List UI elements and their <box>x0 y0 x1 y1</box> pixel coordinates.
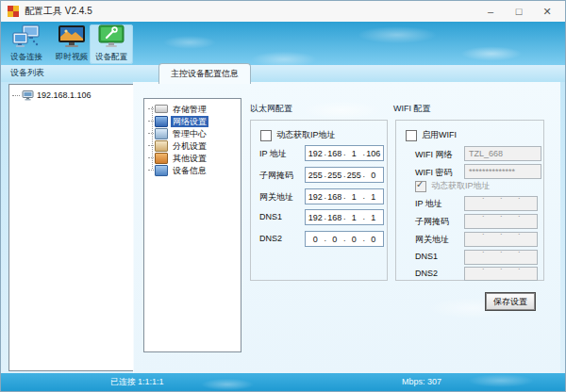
field-label: DNS2 <box>415 269 438 278</box>
wifi-dns2-field[interactable] <box>464 267 538 281</box>
ip-octet[interactable]: 0 <box>306 233 325 246</box>
field-label: 子网掩码 <box>415 216 449 228</box>
field-label: 网关地址 <box>415 234 449 246</box>
tree-item-label: 网络设置 <box>171 116 208 127</box>
tab-main-device-config[interactable]: 主控设备配置信息 <box>158 63 251 84</box>
close-button[interactable]: ✕ <box>533 1 561 22</box>
wifi-groupbox: 启用WIFI WIFI 网络 TZL_668 WIFI 密码 *********… <box>395 120 544 281</box>
tree-item-extension-settings[interactable]: 分机设置 <box>148 139 241 152</box>
ethernet-subnet-mask-field[interactable]: 2552552550 <box>305 167 384 183</box>
field-label: IP 地址 <box>259 148 287 160</box>
field-label: DNS2 <box>259 234 282 243</box>
toolbar-label: 即时视频 <box>56 52 88 63</box>
extension-settings-icon <box>155 140 168 152</box>
maximize-button[interactable]: □ <box>505 1 533 22</box>
status-bar: 已连接 1:1:1:1 Mbps: 307 <box>1 373 565 391</box>
ip-octet[interactable]: 168 <box>325 190 345 204</box>
field-label: DNS1 <box>415 252 438 261</box>
ethernet-group-title: 以太网配置 <box>250 103 292 115</box>
connection-status: 已连接 <box>110 373 136 391</box>
header-strip: 设备列表 <box>1 65 565 82</box>
app-window: 配置工具 V2.4.5 – □ ✕ 设备连接 <box>0 0 566 392</box>
bitrate-status: Mbps: 307 <box>402 373 441 391</box>
management-center-icon <box>155 128 168 139</box>
ip-octet[interactable]: 192 <box>306 147 325 160</box>
ip-octet[interactable]: 192 <box>306 190 325 204</box>
wifi-dhcp-checkbox[interactable] <box>415 181 426 192</box>
ip-octet[interactable]: 192 <box>306 211 325 224</box>
wifi-network-field[interactable]: TZL_668 <box>464 146 541 161</box>
toolbar-button-device-connect[interactable]: 设备连接 <box>5 24 48 64</box>
tree-item-label: 其他设置 <box>171 153 208 164</box>
ip-octet[interactable]: 1 <box>344 211 364 224</box>
ethernet-groupbox: 动态获取IP地址 IP 地址 1921681106 子网掩码 255255255… <box>250 120 388 281</box>
tree-connector <box>12 95 20 96</box>
ip-octet[interactable]: 0 <box>364 233 384 246</box>
ip-octet[interactable]: 106 <box>364 147 384 160</box>
ip-octet[interactable]: 1 <box>344 147 364 160</box>
tree-item-management-center[interactable]: 管理中心 <box>148 127 241 139</box>
window-controls: – □ ✕ <box>476 1 561 22</box>
field-label: IP 地址 <box>415 198 442 210</box>
device-list-header: 设备列表 <box>10 67 44 79</box>
tree-item-label: 分机设置 <box>171 140 208 152</box>
ethernet-dhcp-checkbox[interactable] <box>260 130 272 141</box>
tree-item-device-info[interactable]: 设备信息 <box>148 164 241 176</box>
field-label: WIFI 网络 <box>415 149 453 161</box>
window-title: 配置工具 V2.4.5 <box>25 5 92 18</box>
toolbar-label: 设备配置 <box>95 52 127 63</box>
ip-octet[interactable]: 1 <box>364 211 384 224</box>
wifi-group-title: WIFI 配置 <box>393 103 431 115</box>
ip-octet[interactable]: 255 <box>325 169 345 182</box>
ip-octet[interactable]: 168 <box>325 211 345 224</box>
title-bar: 配置工具 V2.4.5 – □ ✕ <box>1 1 565 23</box>
wifi-password-field[interactable]: ************** <box>464 164 541 179</box>
other-settings-icon <box>155 153 168 164</box>
device-node-icon <box>22 90 34 101</box>
toolbar: 设备连接 即时视频 设备配置 <box>1 22 565 65</box>
app-icon <box>8 6 19 17</box>
wifi-enable-row: 启用WIFI <box>406 129 457 141</box>
ip-octet[interactable]: 1 <box>344 190 364 204</box>
tree-item-storage[interactable]: 存储管理 <box>148 103 241 115</box>
ethernet-ip-address-field[interactable]: 1921681106 <box>305 145 384 161</box>
device-info-icon <box>155 165 168 176</box>
ethernet-dhcp-label: 动态获取IP地址 <box>276 129 336 141</box>
ip-octet[interactable]: 1 <box>364 190 384 204</box>
toolbar-button-live-video[interactable]: 即时视频 <box>50 24 93 64</box>
ip-octet[interactable]: 168 <box>325 147 345 160</box>
wifi-dhcp-row: 动态获取IP地址 <box>415 180 491 192</box>
wifi-enable-checkbox[interactable] <box>406 130 417 141</box>
content-area: 192.168.1.106 存储管理 网络设置 <box>1 82 565 375</box>
config-tree[interactable]: 存储管理 网络设置 管理中心 分机设置 <box>143 98 241 352</box>
config-panel: 存储管理 网络设置 管理中心 分机设置 <box>133 82 560 375</box>
ip-octet[interactable]: 0 <box>344 233 364 246</box>
ip-octet[interactable]: 0 <box>364 169 384 182</box>
channel-status: 1:1:1:1 <box>138 373 164 391</box>
device-list-item[interactable]: 192.168.1.106 <box>12 89 134 102</box>
tree-item-other-settings[interactable]: 其他设置 <box>148 152 241 164</box>
ethernet-dns1-field[interactable]: 19216811 <box>305 209 384 225</box>
device-list[interactable]: 192.168.1.106 <box>8 84 135 371</box>
toolbar-label: 设备连接 <box>10 52 42 63</box>
ip-octet[interactable]: 0 <box>325 233 345 246</box>
device-ip-label: 192.168.1.106 <box>37 90 92 100</box>
live-video-icon <box>57 24 87 51</box>
network-settings-icon <box>155 116 168 127</box>
wifi-enable-label: 启用WIFI <box>422 129 457 141</box>
config-tree-list: 存储管理 网络设置 管理中心 分机设置 <box>144 99 241 176</box>
tree-item-label: 管理中心 <box>171 128 208 139</box>
tree-item-network[interactable]: 网络设置 <box>148 115 241 127</box>
ip-octet[interactable]: 255 <box>306 169 325 182</box>
tree-item-label: 存储管理 <box>171 104 208 115</box>
save-settings-button[interactable]: 保存设置 <box>485 292 536 311</box>
minimize-button[interactable]: – <box>476 1 505 22</box>
toolbar-button-device-config[interactable]: 设备配置 <box>90 24 133 64</box>
ethernet-dns2-field[interactable]: 0000 <box>305 231 384 247</box>
device-connect-icon <box>11 24 42 51</box>
device-config-icon <box>96 24 126 51</box>
field-label: DNS1 <box>259 212 282 221</box>
ip-octet[interactable]: 255 <box>344 169 364 182</box>
ethernet-gateway-field[interactable]: 19216811 <box>305 188 384 204</box>
tree-item-label: 设备信息 <box>171 165 208 176</box>
